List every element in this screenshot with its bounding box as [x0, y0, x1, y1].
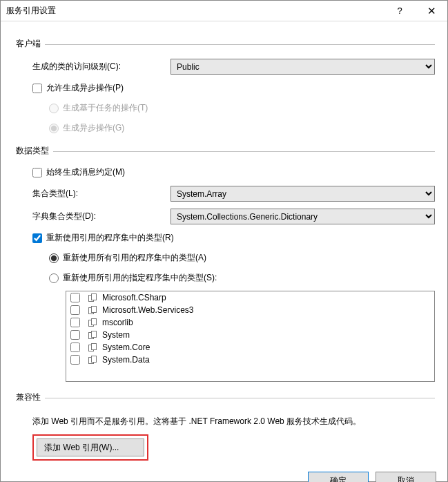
async-ops-label: 生成异步操作(G)	[63, 122, 124, 134]
assembly-icon	[88, 331, 98, 339]
reuse-types-label: 重新使用引用的程序集中的类型(R)	[46, 232, 174, 244]
access-level-label: 生成的类的访问级别(C):	[32, 61, 171, 73]
divider	[45, 398, 435, 398]
add-web-reference-button[interactable]: 添加 Web 引用(W)...	[37, 438, 144, 456]
reuse-types-checkbox[interactable]	[32, 233, 42, 243]
help-button[interactable]: ?	[384, 1, 416, 21]
divider	[45, 44, 435, 45]
assembly-item[interactable]: Microsoft.CSharp	[66, 291, 434, 304]
assembly-name: System.Core	[102, 343, 150, 352]
allow-async-checkbox[interactable]	[32, 84, 42, 93]
group-header-datatypes-label: 数据类型	[16, 145, 49, 157]
add-web-reference-label: 添加 Web 引用(W)...	[44, 443, 119, 452]
cancel-button[interactable]: 取消	[376, 472, 436, 482]
task-based-radio	[49, 104, 59, 113]
row-msg-contracts: 始终生成消息约定(M)	[32, 166, 435, 178]
assembly-icon	[88, 318, 98, 327]
assembly-item[interactable]: System.Data	[66, 354, 434, 366]
row-collection-type: 集合类型(L): System.Array	[32, 186, 435, 202]
row-reuse-specified: 重新使用所引用的指定程序集中的类型(S):	[49, 272, 435, 284]
assembly-checkbox[interactable]	[70, 305, 80, 315]
allow-async-label: 允许生成异步操作(P)	[46, 82, 124, 94]
web-ref-highlight: 添加 Web 引用(W)...	[32, 434, 148, 461]
assembly-item[interactable]: Microsoft.Web.Services3	[66, 304, 434, 316]
assembly-checkbox[interactable]	[70, 293, 80, 302]
group-header-datatypes: 数据类型	[16, 145, 435, 157]
assembly-item[interactable]: System	[66, 329, 434, 341]
dictionary-type-label: 字典集合类型(D):	[32, 211, 171, 222]
task-based-label: 生成基于任务的操作(T)	[63, 102, 148, 114]
reuse-all-label: 重新使用所有引用的程序集中的类型(A)	[63, 252, 206, 264]
row-reuse-types: 重新使用引用的程序集中的类型(R)	[32, 232, 435, 244]
assembly-checkbox[interactable]	[70, 343, 80, 352]
group-header-client-label: 客户端	[16, 38, 41, 50]
access-level-label-text: 生成的类的访问级别(C):	[32, 61, 121, 71]
row-async-ops: 生成异步操作(G)	[49, 122, 435, 134]
assembly-checkbox[interactable]	[70, 355, 80, 365]
window-title: 服务引用设置	[6, 5, 384, 17]
dialog-window: 服务引用设置 ? ✕ 客户端 生成的类的访问级别(C): Public 允许生成…	[0, 0, 448, 482]
assembly-name: System.Data	[102, 355, 150, 365]
ok-button[interactable]: 确定	[308, 472, 369, 482]
dictionary-type-combo[interactable]: System.Collections.Generic.Dictionary	[171, 209, 435, 224]
assembly-name: mscorlib	[102, 318, 133, 327]
assembly-name: Microsoft.CSharp	[102, 293, 166, 302]
assembly-checkbox[interactable]	[70, 330, 80, 340]
row-task-based: 生成基于任务的操作(T)	[49, 102, 435, 114]
row-dictionary-type: 字典集合类型(D): System.Collections.Generic.Di…	[32, 209, 435, 224]
assembly-icon	[88, 343, 98, 351]
compat-text: 添加 Web 引用而不是服务引用。这将基于 .NET Framework 2.0…	[32, 416, 435, 427]
reuse-specified-radio[interactable]	[49, 273, 59, 283]
assembly-icon	[88, 306, 98, 314]
async-ops-radio	[49, 124, 59, 133]
collection-type-combo[interactable]: System.Array	[171, 186, 435, 202]
dialog-content: 客户端 生成的类的访问级别(C): Public 允许生成异步操作(P) 生成基…	[1, 21, 447, 465]
divider	[53, 151, 435, 152]
msg-contracts-checkbox[interactable]	[32, 168, 42, 177]
assembly-name: Microsoft.Web.Services3	[102, 305, 194, 315]
group-header-compat-label: 兼容性	[16, 392, 41, 403]
row-access-level: 生成的类的访问级别(C): Public	[32, 59, 435, 75]
assembly-checkbox[interactable]	[70, 318, 80, 327]
assembly-list[interactable]: Microsoft.CSharpMicrosoft.Web.Services3m…	[66, 291, 435, 382]
group-header-client: 客户端	[16, 38, 435, 50]
reuse-specified-label: 重新使用所引用的指定程序集中的类型(S):	[63, 272, 217, 284]
reuse-all-radio[interactable]	[49, 253, 59, 263]
assembly-item[interactable]: mscorlib	[66, 316, 434, 329]
collection-type-label: 集合类型(L):	[32, 188, 171, 200]
access-level-combo[interactable]: Public	[171, 59, 435, 75]
assembly-icon	[88, 356, 98, 364]
msg-contracts-label: 始终生成消息约定(M)	[46, 166, 125, 178]
assembly-item[interactable]: System.Core	[66, 341, 434, 354]
close-button[interactable]: ✕	[416, 1, 447, 21]
group-header-compat: 兼容性	[16, 392, 435, 403]
dialog-footer: 确定 取消	[1, 465, 447, 482]
assembly-icon	[88, 293, 98, 302]
titlebar: 服务引用设置 ? ✕	[1, 1, 447, 21]
row-allow-async: 允许生成异步操作(P)	[32, 82, 435, 94]
assembly-name: System	[102, 330, 130, 340]
row-reuse-all: 重新使用所有引用的程序集中的类型(A)	[49, 252, 435, 264]
